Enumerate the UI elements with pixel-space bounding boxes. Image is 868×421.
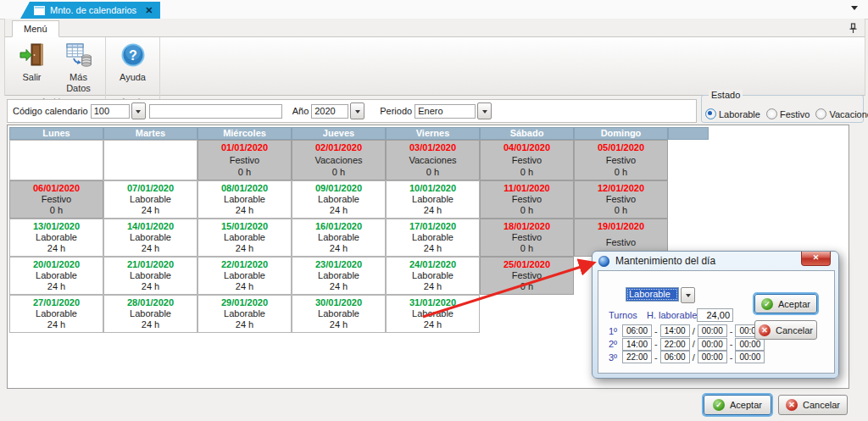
day-hours: 24 h [198,205,291,215]
day-date: 14/01/2020 [104,221,197,231]
calendar-day-cell[interactable]: 01/01/2020Festivo0 h [198,141,291,180]
dialog-close-button[interactable]: ✕ [801,252,831,266]
h-laborables-input[interactable]: 24,00 [697,308,733,322]
calendar-day-cell[interactable]: 11/01/2020Festivo0 h [481,181,573,218]
calendar-day-cell[interactable]: 14/01/2020Laborable24 h [104,219,197,256]
day-hours: 0 h [481,205,573,215]
day-type-value[interactable]: Laborable [626,287,679,302]
calendar-day-cell[interactable]: 08/01/2020Laborable24 h [198,181,291,218]
calendar-day-cell[interactable]: 17/01/2020Laborable24 h [387,219,479,256]
day-date: 04/01/2020 [481,142,573,152]
calendar-day-cell[interactable]: 30/01/2020Laborable24 h [292,296,385,332]
day-date: 25/01/2020 [481,259,573,269]
periodo-dropdown-icon[interactable] [477,102,492,119]
day-type-combo[interactable]: Laborable [626,287,695,303]
calendar-day-cell[interactable]: 21/01/2020Laborable24 h [104,258,197,294]
ano-combo[interactable]: 2020 [311,102,364,119]
day-hours: 0 h [481,243,573,253]
calendar-day-cell[interactable] [10,141,103,180]
calendar-day-cell[interactable]: 12/01/2020Festivo0 h [575,181,667,218]
calendar-day-cell[interactable] [104,141,197,180]
calendar-day-cell[interactable]: 29/01/2020Laborable24 h [198,296,291,332]
salir-button[interactable]: Salir [8,39,55,97]
day-hours: 24 h [387,281,479,291]
calendar-day-cell[interactable]: 27/01/2020Laborable24 h [10,296,103,332]
shift-time-input[interactable]: 06:00 [622,324,652,337]
mas-datos-label: Más Datos [57,72,101,94]
day-date: 10/01/2020 [387,183,479,193]
day-date: 06/01/2020 [10,183,103,193]
calendar-day-cell[interactable]: 28/01/2020Laborable24 h [104,296,197,332]
calendar-day-cell[interactable]: 06/01/2020Festivo0 h [10,181,103,218]
day-type: Laborable [292,232,385,242]
ayuda-button[interactable]: ? Ayuda [109,39,156,97]
periodo-combo[interactable]: Enero [415,102,492,119]
calendar-day-cell[interactable]: 16/01/2020Laborable24 h [292,219,385,256]
calendar-day-cell[interactable]: 07/01/2020Laborable24 h [104,181,197,218]
calendar-day-cell[interactable]: 04/01/2020Festivo0 h [481,141,573,180]
cancel-button[interactable]: ✕ Cancelar [778,395,848,415]
shift-time-input[interactable]: 14:00 [660,324,690,337]
codigo-dropdown-icon[interactable] [131,102,146,119]
calendar-day-cell[interactable]: 03/01/2020Vacaciones0 h [387,141,479,180]
close-tab-icon[interactable]: ✕ [145,5,153,16]
day-type: Laborable [10,232,103,242]
shift-separator: - [730,326,733,336]
document-tab-calendarios[interactable]: Mnto. de calendarios ✕ [20,2,160,19]
pin-icon[interactable] [849,23,858,36]
codigo-calendario-value[interactable]: 100 [91,104,130,119]
estado-radio-festivo[interactable]: Festivo [766,108,810,119]
calendar-day-cell[interactable]: 20/01/2020Laborable24 h [10,258,103,294]
chevron-down-icon[interactable] [851,6,858,14]
ano-dropdown-icon[interactable] [350,102,364,119]
day-date: 31/01/2020 [387,297,479,307]
day-type: Festivo [481,155,573,165]
day-date: 11/01/2020 [481,183,573,193]
calendario-nombre-input[interactable] [149,104,282,119]
shift-time-input[interactable]: 14:00 [622,338,652,351]
calendar-day-cell[interactable]: 15/01/2020Laborable24 h [198,219,291,256]
shift-separator: / [693,326,695,336]
shift-time-input[interactable]: 00:00 [698,324,727,337]
shift-time-input[interactable]: 00:00 [735,351,765,363]
calendar-day-cell[interactable]: 25/01/2020Festivo0 h [481,258,573,294]
day-header: Domingo [575,128,667,139]
mas-datos-button[interactable]: Más Datos [55,39,102,97]
dialog-check-circle-icon: ✓ [761,298,773,310]
day-date: 19/01/2020 [575,221,667,231]
shift-time-input[interactable]: 00:00 [698,338,727,351]
day-date: 18/01/2020 [481,221,573,231]
calendar-day-cell[interactable]: 09/01/2020Laborable24 h [292,181,385,218]
ano-value[interactable]: 2020 [311,104,348,119]
shift-time-input[interactable]: 00:00 [698,351,727,363]
calendar-day-cell[interactable]: 13/01/2020Laborable24 h [10,219,103,256]
codigo-calendario-combo[interactable]: 100 [91,102,146,119]
shift-time-input[interactable]: 06:00 [660,351,690,363]
calendar-day-cell[interactable]: 10/01/2020Laborable24 h [387,181,479,218]
calendar-day-cell[interactable]: 05/01/2020Festivo0 h [575,141,667,180]
estado-radio-laborable[interactable]: Laborable [705,108,760,119]
dialog-cancel-button[interactable]: ✕ Cancelar [754,320,817,340]
calendar-day-cell[interactable]: 22/01/2020Laborable24 h [198,258,291,294]
shift-time-input[interactable]: 22:00 [660,338,690,351]
calendar-day-cell[interactable]: 31/01/2020Laborable24 h [387,296,479,332]
shift-time-input[interactable]: 22:00 [622,351,652,363]
calendar-day-cell[interactable]: 24/01/2020Laborable24 h [387,258,479,294]
calendar-day-cell[interactable]: 02/01/2020Vacaciones0 h [292,141,385,180]
day-type: Laborable [10,270,103,280]
estado-radio-vacaciones[interactable]: Vacaciones [815,108,868,119]
day-type-dropdown-icon[interactable] [681,287,695,303]
day-type: Laborable [104,308,197,319]
tab-menu[interactable]: Menú [12,20,59,37]
day-type: Festivo [481,270,573,280]
ribbon: Menú Salir [4,19,865,96]
dialog-accept-label: Aceptar [778,299,810,309]
accept-button[interactable]: ✓ Aceptar [704,395,771,415]
day-date: 17/01/2020 [387,221,479,231]
calendar-day-cell[interactable]: 23/01/2020Laborable24 h [292,258,385,294]
periodo-value[interactable]: Enero [415,104,476,119]
dialog-accept-button[interactable]: ✓ Aceptar [754,294,817,313]
calendar-day-cell[interactable]: 18/01/2020Festivo0 h [481,219,573,256]
day-type: Laborable [198,270,291,280]
dialog-cancel-label: Cancelar [776,325,813,335]
